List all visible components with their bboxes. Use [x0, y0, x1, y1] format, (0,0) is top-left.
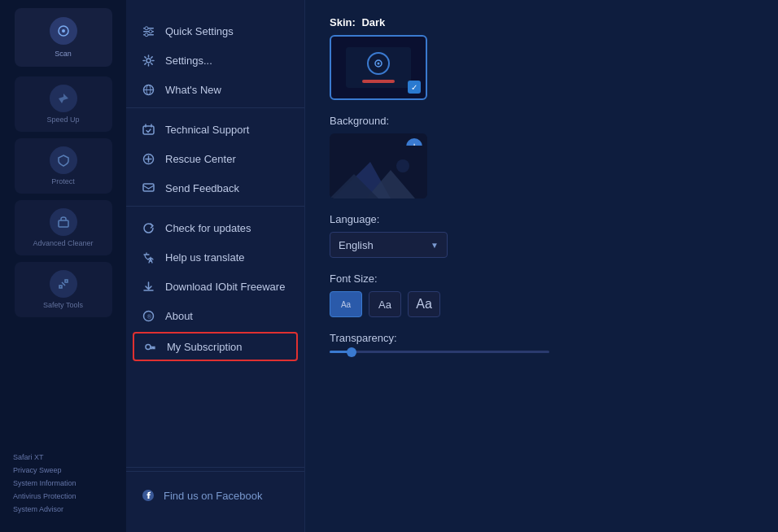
menu-facebook-label: Find us on Facebook [164, 490, 262, 502]
transparency-label: Transparency: [330, 332, 754, 344]
sidebar-item-protect-label: Protect [51, 177, 75, 185]
background-label: Background: [330, 115, 754, 127]
svg-point-18 [146, 344, 151, 349]
language-label: Language: [330, 213, 754, 225]
menu-quick-settings[interactable]: Quick Settings [126, 16, 304, 46]
svg-text:®: ® [146, 312, 151, 320]
menu-technical-support[interactable]: Technical Support [126, 115, 304, 144]
sidebar-item-speedup-label: Speed Up [46, 116, 79, 124]
tools-icon [50, 270, 77, 298]
menu-settings[interactable]: Settings... [126, 46, 304, 75]
menu-quick-settings-label: Quick Settings [165, 25, 234, 37]
svg-point-9 [146, 59, 151, 63]
sidebar-bottom-item-2[interactable]: System Information [13, 477, 126, 490]
font-size-medium-button[interactable]: Aa [369, 291, 401, 317]
menu-my-subscription-label: My Subscription [167, 341, 242, 353]
svg-point-23 [396, 159, 409, 172]
background-section: Background: + [330, 115, 754, 198]
transparency-slider-container [330, 351, 549, 353]
svg-rect-2 [59, 220, 68, 227]
font-size-section: Font Size: Aa Aa Aa [330, 273, 754, 317]
feedback-icon [141, 181, 155, 195]
sidebar-bottom-item-1[interactable]: Privacy Sweep [13, 464, 126, 477]
support-icon [141, 122, 155, 137]
menu-bottom-section: Check for updates Help us translate Down… [126, 210, 304, 468]
menu-check-updates-label: Check for updates [165, 222, 251, 234]
download-icon [141, 279, 155, 294]
svg-point-6 [145, 26, 148, 29]
facebook-icon [141, 488, 155, 503]
skin-preview-dark[interactable]: ✓ [330, 35, 427, 100]
sidebar-bottom-item-4[interactable]: System Advisor [13, 503, 126, 516]
language-value: English [339, 239, 374, 251]
sidebar-item-scan[interactable]: Scan [15, 8, 112, 67]
sidebar-bottom-list: Safari XT Privacy Sweep System Informati… [0, 451, 126, 532]
translate-icon [141, 250, 155, 264]
chevron-down-icon: ▼ [431, 241, 439, 250]
menu-help-translate-label: Help us translate [165, 251, 245, 264]
transparency-slider-thumb[interactable] [347, 347, 356, 357]
menu-rescue-center-label: Rescue Center [165, 153, 236, 165]
gear-icon [141, 53, 155, 68]
font-size-label: Font Size: [330, 273, 754, 285]
transparency-slider-track [330, 351, 549, 353]
sidebar-item-protect[interactable]: Protect [15, 138, 112, 194]
settings-panel: Skin: Dark ✓ Background: + [305, 0, 778, 532]
refresh-icon [141, 220, 155, 235]
sidebar-item-cleaner-label: Advanced Cleaner [33, 239, 93, 247]
font-size-large-button[interactable]: Aa [408, 291, 440, 317]
menu-top-section: Quick Settings Settings... What's New [126, 13, 304, 108]
key-icon [142, 339, 157, 354]
menu-facebook-link[interactable]: Find us on Facebook [126, 482, 304, 509]
menu-check-updates[interactable]: Check for updates [126, 213, 304, 242]
rescue-icon [141, 151, 155, 166]
sidebar-item-scan-label: Scan [55, 50, 72, 58]
svg-point-21 [378, 63, 380, 65]
svg-point-1 [62, 29, 65, 33]
sidebar-bottom-item-3[interactable]: Antivirus Protection [13, 490, 126, 503]
menu-help-translate[interactable]: Help us translate [126, 242, 304, 272]
sliders-icon [141, 24, 155, 38]
menu-download-freeware[interactable]: Download IObit Freeware [126, 272, 304, 301]
scan-icon [50, 17, 77, 45]
menu-facebook-section: Find us on Facebook [126, 471, 304, 519]
sidebar-item-cleaner[interactable]: Advanced Cleaner [15, 200, 112, 255]
skin-scan-icon [367, 52, 390, 75]
sidebar-bottom-item-0[interactable]: Safari XT [13, 451, 126, 464]
sidebar-item-tools-label: Safety Tools [43, 301, 83, 309]
background-preview: + [330, 133, 427, 198]
sidebar-item-tools[interactable]: Safety Tools [15, 262, 112, 317]
menu-rescue-center[interactable]: Rescue Center [126, 144, 304, 173]
protect-icon [50, 146, 77, 174]
transparency-section: Transparency: [330, 332, 754, 353]
menu-my-subscription[interactable]: My Subscription [133, 332, 298, 361]
sidebar-item-speedup[interactable]: Speed Up [15, 76, 112, 132]
language-dropdown[interactable]: English ▼ [330, 232, 448, 258]
font-size-group: Aa Aa Aa [330, 291, 754, 317]
menu-technical-support-label: Technical Support [165, 124, 249, 136]
menu-mid-section: Technical Support Rescue Center Send Fee… [126, 111, 304, 207]
svg-point-8 [145, 33, 148, 36]
registered-icon: ® [141, 308, 155, 323]
menu-about-label: About [165, 310, 193, 322]
skin-section: Skin: Dark ✓ [330, 16, 754, 100]
svg-point-7 [149, 29, 152, 33]
background-mountain-svg [330, 146, 427, 198]
menu-send-feedback[interactable]: Send Feedback [126, 173, 304, 203]
menu-panel: Quick Settings Settings... What's New [126, 0, 305, 532]
skin-label: Skin: Dark [330, 16, 754, 28]
skin-preview-inner [346, 47, 411, 88]
menu-whats-new-label: What's New [165, 84, 221, 96]
menu-download-freeware-label: Download IObit Freeware [165, 281, 285, 293]
font-size-small-button[interactable]: Aa [330, 291, 362, 317]
menu-whats-new[interactable]: What's New [126, 75, 304, 104]
menu-about[interactable]: ® About [126, 301, 304, 330]
skin-label-text: Skin: [330, 16, 356, 28]
speedup-icon [50, 85, 77, 112]
globe-icon [141, 82, 155, 97]
menu-settings-label: Settings... [165, 55, 212, 67]
cleaner-icon [50, 208, 77, 236]
language-section: Language: English ▼ [330, 213, 754, 258]
svg-rect-15 [143, 184, 154, 191]
svg-rect-13 [143, 126, 154, 134]
